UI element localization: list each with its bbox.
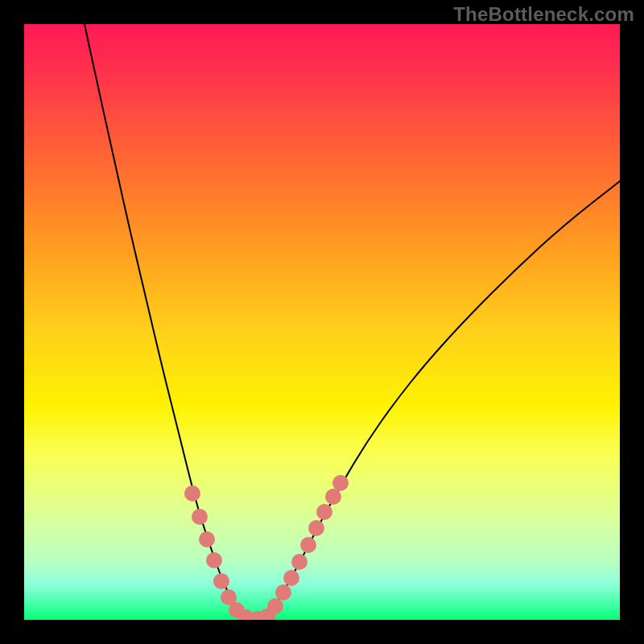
data-marker [184, 485, 200, 502]
data-marker [206, 552, 222, 568]
data-marker [275, 584, 291, 601]
data-marker [213, 573, 229, 589]
chart-frame: TheBottleneck.com [0, 0, 644, 644]
plot-area [24, 24, 620, 620]
data-marker [316, 504, 332, 520]
data-marker [332, 475, 349, 491]
data-marker [300, 537, 316, 553]
data-marker [192, 509, 208, 525]
data-marker [267, 598, 283, 614]
data-marker [325, 489, 341, 505]
bottleneck-curve [24, 24, 620, 620]
data-marker [308, 520, 324, 536]
watermark-text: TheBottleneck.com [453, 3, 634, 26]
curve-right-branch [266, 181, 620, 617]
data-marker [291, 554, 308, 570]
curve-left-branch [85, 24, 245, 617]
data-marker [283, 570, 299, 586]
data-marker [199, 531, 215, 547]
